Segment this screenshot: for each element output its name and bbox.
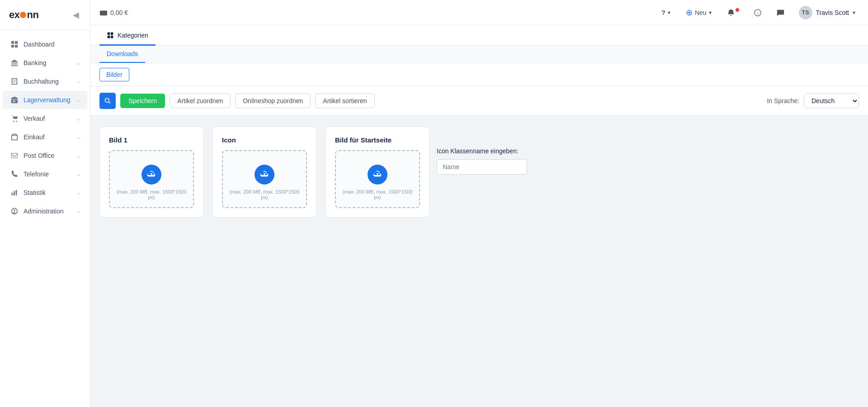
verkauf-icon [10,114,19,123]
sidebar-item-post-office[interactable]: Post Office ⌵ [3,147,87,165]
chevron-down-icon: ⌵ [77,152,80,159]
cloud-arrow-up-icon [146,170,156,180]
dashboard-icon [10,40,19,49]
new-chevron-icon: ▾ [709,9,712,16]
cloud-upload-icon-3 [368,165,387,185]
bild1-hint: (max. 200 MB, max. 1500*1500 px) [114,189,189,200]
sidebar-item-label: Dashboard [24,41,55,48]
sidebar-item-dashboard[interactable]: Dashboard [3,35,87,53]
cloud-upload-icon-2 [255,165,274,185]
assign-shop-button[interactable]: Onlineshop zuordnen [235,94,311,108]
sidebar-item-lagerverwaltung[interactable]: Lagerverwaltung ⌵ [3,91,87,109]
icon-class-input[interactable] [437,159,527,175]
sidebar-item-buchhaltung[interactable]: Buchhaltung ⌵ [3,72,87,90]
inner-tabs: Downloads [90,46,868,63]
sidebar-item-administration[interactable]: Administration ⌵ [3,202,87,220]
chevron-down-icon: ⌵ [77,134,80,140]
tab-label: Kategorien [118,32,148,39]
svg-rect-14 [108,36,110,38]
chevron-down-icon: ⌵ [77,208,80,214]
icon-hint: (max. 200 MB, max. 1500*1500 px) [227,189,302,200]
notifications-button[interactable] [723,7,743,19]
user-menu-button[interactable]: TS Travis Scott ▾ [795,4,859,21]
tab-kategorien[interactable]: Kategorien [99,25,156,46]
wallet-display: 0,00 € [99,9,128,17]
sidebar-collapse-button[interactable]: ◀ [71,8,81,22]
avatar: TS [799,6,812,19]
new-label: Neu [695,9,707,16]
sidebar-item-verkauf[interactable]: Verkauf ⌵ [3,109,87,128]
upload-card-bild1: Bild 1 (max. 200 MB, max. 1500*1500 px) [99,127,203,218]
startseite-dropzone[interactable]: (max. 200 MB, max. 1500*1500 px) [335,150,420,208]
info-button[interactable]: i [750,7,765,19]
einkauf-icon [10,133,19,142]
sidebar-nav: Dashboard Banking ⌵ Buchhaltung ⌵ Lagerv… [0,30,90,225]
icon-class-area: Icon Klassenname eingeben: [437,143,527,175]
sidebar-item-banking[interactable]: Banking ⌵ [3,54,87,72]
chevron-down-icon: ⌵ [77,171,80,177]
chevron-down-icon: ⌵ [77,97,80,103]
logo-text: exnn [9,9,38,21]
user-chevron-icon: ▾ [853,9,855,16]
lagerverwaltung-icon [10,95,19,104]
sidebar-item-einkauf[interactable]: Einkauf ⌵ [3,128,87,146]
icon-dropzone[interactable]: (max. 200 MB, max. 1500*1500 px) [222,150,307,208]
sidebar-item-label: Buchhaltung [24,78,59,85]
user-name: Travis Scott [816,9,849,16]
cloud-upload-icon [142,165,161,185]
wallet-icon [99,9,108,17]
bell-icon [727,9,735,17]
svg-rect-6 [12,193,13,195]
wallet-amount: 0,00 € [110,9,128,16]
message-icon [776,9,784,17]
help-icon: ? [661,9,665,16]
statistik-icon [10,188,19,197]
svg-rect-1 [15,41,18,44]
search-icon [104,97,111,104]
topbar-right: ? ▾ ⊕ Neu ▾ i TS Travis Scott ▾ [658,4,859,21]
notification-dot [736,8,739,12]
downloads-tab-label: Downloads [107,50,138,57]
info-icon: i [754,9,762,17]
language-select[interactable]: Deutsch English Französisch [804,94,859,108]
upload-card-startseite: Bild für Startseite (max. 200 MB, max. 1… [326,127,429,218]
svg-rect-15 [111,36,113,38]
icon-card-title: Icon [222,136,307,144]
lang-prefix-label: In Sprache: [767,97,799,104]
tab-downloads[interactable]: Downloads [99,46,145,63]
telefonie-icon [10,170,19,179]
svg-rect-13 [111,33,113,35]
buchhaltung-icon [10,77,19,86]
messages-button[interactable] [773,7,788,19]
logo-area: exnn ◀ [0,0,90,30]
tab-bilder[interactable]: Bilder [99,68,129,81]
search-button[interactable] [99,93,116,109]
sidebar-item-label: Banking [24,59,47,66]
sidebar-item-statistik[interactable]: Statistik ⌵ [3,184,87,202]
post-office-icon [10,151,19,160]
startseite-hint: (max. 200 MB, max. 1500*1500 px) [340,189,415,200]
save-button[interactable]: Speichern [120,94,165,108]
banking-icon [10,58,19,67]
sidebar-item-label: Verkauf [24,115,45,122]
svg-point-4 [13,121,14,122]
svg-rect-8 [16,190,17,196]
cloud-arrow-up-icon-2 [259,170,269,180]
sidebar-item-telefonie[interactable]: Telefonie ⌵ [3,165,87,183]
chevron-down-icon: ⌵ [77,60,80,66]
bild-startseite-group: Bild für Startseite (max. 200 MB, max. 1… [326,127,527,218]
svg-rect-9 [100,10,107,15]
help-chevron-icon: ▾ [668,9,670,16]
assign-article-button[interactable]: Artikel zuordnen [170,94,231,108]
sidebar-item-label: Lagerverwaltung [24,96,71,104]
toolbar: Speichern Artikel zuordnen Onlineshop zu… [90,86,868,116]
chevron-down-icon: ⌵ [77,189,80,196]
logo-circle [20,12,26,18]
bild1-dropzone[interactable]: (max. 200 MB, max. 1500*1500 px) [109,150,194,208]
sort-article-button[interactable]: Artikel sortieren [315,94,374,108]
help-button[interactable]: ? ▾ [658,7,674,18]
svg-text:i: i [757,10,758,15]
new-button[interactable]: ⊕ Neu ▾ [681,6,716,19]
sidebar: exnn ◀ Dashboard Banking ⌵ Buchhaltung ⌵ [0,0,90,407]
bild1-title: Bild 1 [109,136,194,144]
